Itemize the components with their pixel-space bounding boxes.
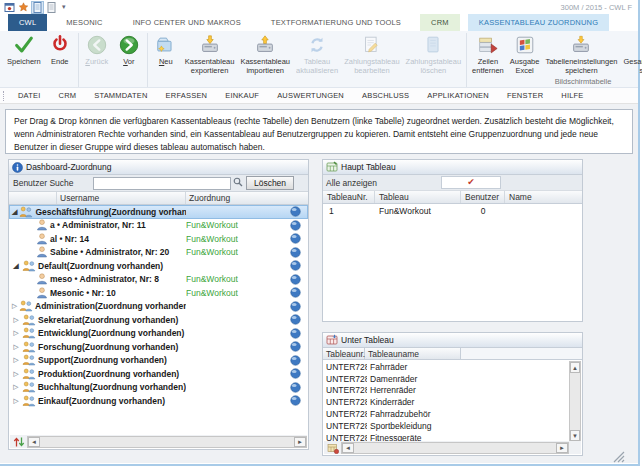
unter-header-filler	[461, 348, 582, 359]
unter-horizontal-scrollbar[interactable]	[341, 442, 569, 454]
tree-row[interactable]: Support(Zuordnung vorhanden)	[9, 354, 308, 368]
ribbon-tab[interactable]: MESONIC	[55, 14, 113, 31]
unter-table-row[interactable]: UNTER728-... Kinderräder	[324, 396, 569, 408]
swap-arrows-icon[interactable]	[10, 436, 27, 448]
tree-row[interactable]: Sabine • Administrator, Nr: 20 Fun&Worko…	[9, 246, 308, 260]
tree-header-zuordnung[interactable]: Zuordnung	[186, 192, 308, 204]
save-settings-drive-icon	[570, 34, 592, 56]
gesamteinstellungen-speichern-button[interactable]: Gesamteinstellungen speichern...	[621, 33, 642, 76]
collapse-arrow-icon[interactable]	[12, 370, 20, 378]
table-action-icon[interactable]	[324, 442, 341, 454]
menu-item[interactable]: EINKAUF	[216, 91, 268, 100]
tree-row[interactable]: Sekretariat(Zuordnung vorhanden)	[9, 313, 308, 327]
menu-item[interactable]: ABSCHLUSS	[353, 91, 418, 100]
menu-item[interactable]: DATEI	[9, 91, 50, 100]
tableau-ball-icon	[290, 260, 301, 271]
tree-row[interactable]: Geschäftsführung(Zuordnung vorhanden)	[9, 205, 308, 219]
menu-item[interactable]: APPLIKATIONEN	[418, 91, 498, 100]
zurueck-button[interactable]: Zurück	[81, 33, 113, 67]
tree-row[interactable]: Entwicklung(Zuordnung vorhanden)	[9, 327, 308, 341]
collapse-arrow-icon[interactable]	[12, 343, 20, 351]
vor-button[interactable]: Vor	[113, 33, 145, 67]
tree-row-zuordnung: Fun&Workout	[186, 288, 276, 298]
unter-header-tableaunr[interactable]: Tableaunr.	[323, 348, 365, 359]
star-icon[interactable]	[18, 2, 29, 13]
speichern-button[interactable]: Speichern	[4, 33, 44, 67]
scroll-down-button[interactable]	[570, 430, 580, 441]
tree-row[interactable]: Buchhaltung(Zuordnung vorhanden)	[9, 381, 308, 395]
menu-item[interactable]: ERFASSEN	[157, 91, 217, 100]
scroll-right-button[interactable]	[294, 437, 306, 447]
expand-arrow-icon[interactable]	[12, 262, 20, 270]
menu-item[interactable]: FENSTER	[498, 91, 552, 100]
collapse-arrow-icon[interactable]	[12, 329, 20, 337]
kassentableau-exportieren-button[interactable]: Kassentableau exportieren	[182, 33, 238, 76]
ribbon-tab[interactable]: CWL	[8, 14, 47, 31]
scroll-right-button[interactable]	[556, 443, 568, 453]
ribbon-tab[interactable]: TEXTFORMATIERUNG UND TOOLS	[260, 14, 412, 31]
haupt-header-tableaunr[interactable]: TableauNr.	[323, 191, 375, 203]
group-icon	[22, 314, 36, 326]
quick-access-dropdown-icon[interactable]	[60, 3, 66, 11]
tree-header-blank[interactable]	[9, 192, 57, 204]
tree-row[interactable]: a • Administrator, Nr: 11 Fun&Workout	[9, 219, 308, 233]
document-icon[interactable]	[32, 2, 43, 13]
tree-row[interactable]: Mesonic • Nr: 10 Fun&Workout	[9, 286, 308, 300]
loeschen-button[interactable]: Löschen	[246, 176, 294, 190]
tableau-aktualisieren-button[interactable]: Tableau aktualisieren	[293, 33, 341, 76]
dashboard-horizontal-scrollbar[interactable]	[27, 436, 307, 448]
zeilen-entfernen-button[interactable]: Zeilen entfernen	[469, 33, 507, 76]
collapse-arrow-icon[interactable]	[12, 302, 17, 310]
unter-table-row[interactable]: UNTER728-... Fahrräder	[324, 361, 569, 373]
menu-item[interactable]: AUSWERTUNGEN	[268, 91, 353, 100]
ausgabe-excel-button[interactable]: Ausgabe Excel	[507, 33, 543, 76]
collapse-arrow-icon[interactable]	[12, 383, 20, 391]
menu-item[interactable]: HILFE	[552, 91, 592, 100]
tree-row-label: Administration(Zuordnung vorhanden)	[35, 301, 186, 311]
tree-row[interactable]: Produktion(Zuordnung vorhanden)	[9, 367, 308, 381]
expand-arrow-icon[interactable]	[12, 208, 17, 216]
unter-table-row[interactable]: UNTER728-... Damenräder	[324, 373, 569, 385]
tree-row[interactable]: Administration(Zuordnung vorhanden)	[9, 300, 308, 314]
ribbon-tab[interactable]: INFO CENTER UND MAKROS	[122, 14, 252, 31]
unter-table-row[interactable]: UNTER728-... Herrenräder	[324, 385, 569, 397]
window-icon[interactable]	[4, 2, 15, 13]
collapse-arrow-icon[interactable]	[12, 316, 20, 324]
kassentableau-importieren-button[interactable]: Kassentableau importieren	[237, 33, 293, 76]
ribbon-group-bildschirmtabelle: Zeilen entfernen Ausgabe Excel Tabellene…	[467, 33, 642, 87]
tree-row[interactable]: meso • Administrator, Nr: 8 Fun&Workout	[9, 273, 308, 287]
ribbon-tab[interactable]: KASSENTABLEAU ZUORDNUNG	[468, 14, 609, 31]
tree-row[interactable]: Default(Zuordnung vorhanden)	[9, 259, 308, 273]
haupt-header-name[interactable]: Name	[505, 191, 582, 203]
tree-row[interactable]: Forschung(Zuordnung vorhanden)	[9, 340, 308, 354]
collapse-arrow-icon[interactable]	[12, 356, 20, 364]
menu-item[interactable]: CRM	[50, 91, 86, 100]
neu-button[interactable]: Neu	[150, 33, 182, 67]
window-resize-grip[interactable]	[612, 450, 625, 465]
scroll-left-button[interactable]	[28, 437, 40, 447]
zahlungstableau-loeschen-button[interactable]: Zahlungstableau löschen	[403, 33, 464, 76]
collapse-arrow-icon[interactable]	[12, 397, 20, 405]
haupt-header-benutzer[interactable]: Benutzer	[461, 191, 505, 203]
unter-table-row[interactable]: UNTER728-... Sportbekleidung	[324, 420, 569, 432]
unter-vertical-scrollbar[interactable]	[569, 361, 581, 442]
scroll-up-button[interactable]	[570, 362, 580, 373]
tree-row[interactable]: al • Nr: 14 Fun&Workout	[9, 232, 308, 246]
dashboard-zuordnung-panel: Dashboard-Zuordnung Benutzer Suche Lösch…	[8, 159, 309, 450]
unter-table-row[interactable]: UNTER728-... Fahrradzubehör	[324, 408, 569, 420]
menu-item[interactable]: STAMMDATEN	[85, 91, 156, 100]
tree-row[interactable]: Einkauf(Zuordnung vorhanden)	[9, 394, 308, 408]
haupt-header-tableau[interactable]: Tableau	[375, 191, 461, 203]
alle-anzeigen-checkbox[interactable]: ✔	[441, 176, 501, 189]
print-icon[interactable]	[46, 2, 57, 13]
scroll-left-button[interactable]	[342, 443, 354, 453]
ende-button[interactable]: Ende	[44, 33, 76, 67]
zahlungstableau-bearbeiten-button[interactable]: Zahlungstableau bearbeiten	[341, 33, 402, 76]
benutzer-suche-input[interactable]	[93, 177, 231, 190]
unter-header-tableauname[interactable]: Tableauname	[365, 348, 461, 359]
unter-cell-name: Kinderräder	[367, 397, 414, 407]
tabelleneinstellungen-speichern-button[interactable]: Tabelleneinstellungen speichern	[542, 33, 620, 76]
tree-header-username[interactable]: Username	[57, 192, 186, 204]
ribbon-tab[interactable]: CRM	[420, 14, 460, 31]
haupt-table-row[interactable]: 1 Fun&Workout 0	[323, 204, 582, 218]
